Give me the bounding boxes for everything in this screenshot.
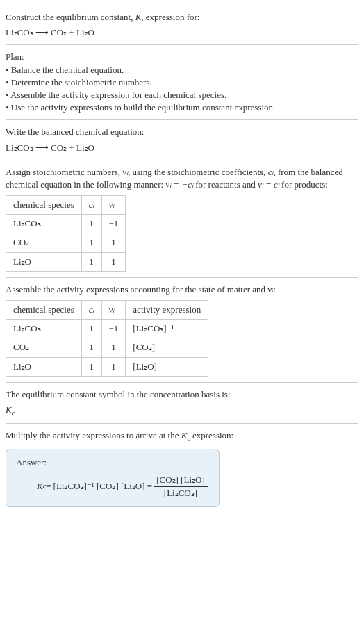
stoich-t2: , using the stoichiometric coefficients, [128,167,268,177]
act-h1: chemical species [6,301,82,320]
stoich-r1c2: 1 [81,215,101,233]
table-row: CO₂ 1 1 [6,233,126,252]
symbol-k: K [6,404,12,415]
plan-item-3: • Assemble the activity expression for e… [6,89,358,101]
stoich-section: Assign stoichiometric numbers, νᵢ, using… [6,160,358,278]
symbol-kc: Kc [6,404,358,418]
intro-line1b: , expression for: [141,12,199,22]
ans-eq: = [Li₂CO₃]⁻¹ [CO₂] [Li₂O] = [46,480,152,493]
stoich-table: chemical species cᵢ νᵢ Li₂CO₃ 1 −1 CO₂ 1… [6,195,126,272]
plan-item-4: • Use the activity expressions to build … [6,101,358,114]
act-r1c3: −1 [101,320,126,338]
stoich-t5: for products: [279,179,328,190]
stoich-r2c1: CO₂ [6,233,82,252]
symbol-c: c [12,409,15,417]
stoich-r3c2: 1 [81,252,101,271]
mult-t1: Mulitply the activity expressions to arr… [6,430,181,440]
stoich-nu: νᵢ [122,167,128,177]
act-r2c1: CO₂ [6,338,82,357]
stoich-r1c3: −1 [101,215,126,233]
table-row: Li₂O 1 1 [Li₂O] [6,357,208,376]
act-r2c2: 1 [81,338,101,357]
stoich-t4: for reactants and [193,179,258,190]
table-row: CO₂ 1 1 [CO₂] [6,338,208,357]
act-r3c4: [Li₂O] [126,357,208,376]
stoich-r1c1: Li₂CO₃ [6,215,82,233]
multiply-text: Mulitply the activity expressions to arr… [6,429,358,443]
stoich-h3: νᵢ [101,196,126,215]
act-r3c2: 1 [81,357,101,376]
balanced-heading: Write the balanced chemical equation: [6,126,358,138]
stoich-eq1: νᵢ = −cᵢ [165,179,193,190]
activity-section: Assemble the activity expressions accoun… [6,278,358,383]
mult-t2: expression: [190,430,233,440]
plan-item-1: • Balance the chemical equation. [6,64,358,76]
stoich-h2: cᵢ [81,196,101,215]
act-r3c3: 1 [101,357,126,376]
stoich-r3c3: 1 [101,252,126,271]
table-header-row: chemical species cᵢ νᵢ activity expressi… [6,301,208,320]
table-row: Li₂CO₃ 1 −1 [6,215,126,233]
stoich-t1: Assign stoichiometric numbers, [6,167,122,177]
stoich-text: Assign stoichiometric numbers, νᵢ, using… [6,166,358,191]
act-h4: activity expression [126,301,208,320]
intro-section: Construct the equilibrium constant, K, e… [6,6,358,45]
balanced-section: Write the balanced chemical equation: Li… [6,120,358,160]
answer-formula: Kc = [Li₂CO₃]⁻¹ [CO₂] [Li₂O] = [CO₂] [Li… [16,474,209,500]
table-row: Li₂CO₃ 1 −1 [Li₂CO₃]⁻¹ [6,320,208,338]
table-header-row: chemical species cᵢ νᵢ [6,196,126,215]
answer-box: Answer: Kc = [Li₂CO₃]⁻¹ [CO₂] [Li₂O] = [… [6,449,220,507]
balanced-equation: Li₂CO₃ ⟶ CO₂ + Li₂O [6,142,358,154]
plan-section: Plan: • Balance the chemical equation. •… [6,45,358,120]
act-r1c1: Li₂CO₃ [6,320,82,338]
ans-num: [CO₂] [Li₂O] [154,474,208,487]
symbol-text: The equilibrium constant symbol in the c… [6,388,358,401]
intro-line1: Construct the equilibrium constant, [6,12,135,22]
act-h3: νᵢ [101,301,126,320]
act-r3c1: Li₂O [6,357,82,376]
ans-k: K [37,480,43,493]
table-row: Li₂O 1 1 [6,252,126,271]
plan-item-2: • Determine the stoichiometric numbers. [6,76,358,89]
act-r1c4: [Li₂CO₃]⁻¹ [126,320,208,338]
stoich-r2c3: 1 [101,233,126,252]
activity-heading: Assemble the activity expressions accoun… [6,283,358,296]
intro-text: Construct the equilibrium constant, K, e… [6,11,358,24]
stoich-r3c1: Li₂O [6,252,82,271]
act-r2c4: [CO₂] [126,338,208,357]
stoich-h1: chemical species [6,196,82,215]
stoich-r2c2: 1 [81,233,101,252]
act-h2: cᵢ [81,301,101,320]
answer-fraction: [CO₂] [Li₂O] [Li₂CO₃] [154,474,208,500]
ans-den: [Li₂CO₃] [154,487,208,500]
intro-equation: Li₂CO₃ ⟶ CO₂ + Li₂O [6,26,358,39]
answer-label: Answer: [16,456,209,469]
multiply-section: Mulitply the activity expressions to arr… [6,424,358,513]
stoich-eq2: νᵢ = cᵢ [258,179,279,190]
activity-table: chemical species cᵢ νᵢ activity expressi… [6,300,208,377]
plan-heading: Plan: [6,51,358,63]
act-r1c2: 1 [81,320,101,338]
act-r2c3: 1 [101,338,126,357]
symbol-section: The equilibrium constant symbol in the c… [6,383,358,424]
